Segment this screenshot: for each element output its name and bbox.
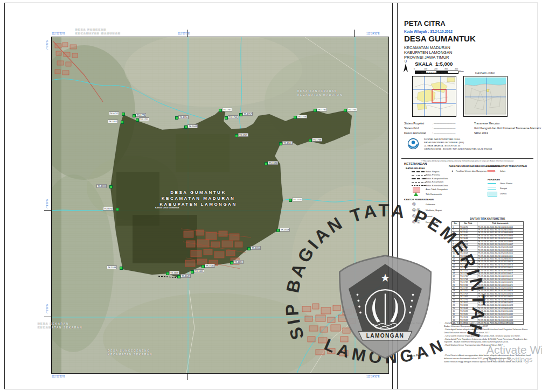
table-row: 24TK.1757TK.35.24.10.2012.35.24.10.2011.…: [452, 292, 524, 295]
lake-swatch: [488, 192, 497, 197]
map-history-label: Riwayat Peta: [407, 354, 421, 357]
scale-tick-label: 200: [434, 68, 437, 70]
source-data-label: Sumber Data: [407, 322, 421, 325]
table-row: 23TK.1752TK.35.24.10.2012.35.24.10.2011.…: [452, 290, 524, 292]
district-label: KECAMATAN MADURAN: [404, 45, 450, 50]
legend-kantor-title: KANTOR PEMERINTAHAN: [404, 198, 434, 201]
province-label: PROVINSI JAWA TIMUR: [404, 55, 449, 60]
scale-title: SKALA 1:5,000: [415, 61, 453, 67]
legend-perairan-title: PERAIRAN: [488, 178, 500, 181]
table-row: 9TK.1655TK.35.24.10.2012.35.24.09.2018.0…: [452, 249, 524, 251]
north-arrow-icon: [402, 63, 409, 73]
mayor-regent-office-icon: Ⓦ Ⓑ: [412, 208, 420, 213]
inset-map-location-index: [412, 76, 456, 117]
scale-label: SKALA: [415, 61, 433, 67]
governor-office-icon: Ⓖ: [412, 202, 416, 207]
frame-tick: [354, 30, 355, 37]
legend-item-label: Gubernur: [426, 203, 435, 206]
region-code: Kode Wilayah : 35.24.10.2012: [404, 30, 453, 33]
village-office-label: Kantor Desa Gumantuk: [155, 206, 179, 209]
leader-dashes: : ––––––––––––––: [432, 131, 474, 136]
projection-label: Sistem Grid: [404, 126, 432, 131]
table-row: 27TK.1812TK.35.24.10.2012.35.24.10.2001.…: [452, 302, 524, 304]
projection-label: Sistem Proyeksi: [404, 121, 432, 126]
grid-label: 7°2'30"S: [46, 304, 48, 313]
legend-item-label: Batas Provinsi: [426, 173, 440, 176]
inset-location-index-map: [413, 76, 456, 116]
map-type-title: PETA CITRA: [404, 19, 446, 27]
table-row: 7TK.1651TK.35.24.10.2012.35.24.09.2015.0…: [452, 243, 524, 246]
leader-dashes: : ––––––––––––––: [432, 126, 474, 131]
grid-label: 112°21'30"E: [52, 32, 65, 35]
windows-go-to-settings-link[interactable]: Go to Settings: [487, 355, 533, 363]
village-name-line: DESA GUMANTUK: [158, 190, 239, 195]
legend-item-label: Titik Kartometrik: [426, 193, 442, 195]
legend-item-label: Batas Kabupaten/Kota: [426, 177, 448, 180]
column-header: No.: [452, 222, 460, 226]
legend-item-label: Walikota, Bupati: [426, 209, 442, 212]
legend-item-label: Danau: [500, 192, 506, 195]
inset-right-caption: DIAGRAM LOKASI: [462, 72, 508, 74]
grid-label: 7°1'30"S: [46, 199, 48, 208]
column-header: Titik Kartometrik: [477, 222, 524, 226]
legend-item-label: Jalan: [500, 170, 505, 172]
publisher-block: DICETAK DAN DITERBITKAN OLEH:BADAN INFOR…: [424, 138, 492, 151]
projection-row: Sistem Grid: ––––––––––––––Grid Geografi…: [404, 126, 541, 131]
inset-left-caption: PETUNJUK LETAK PETA: [411, 72, 456, 74]
boundary-district-swatch: [412, 182, 426, 183]
kartometric-point-swatch: [414, 192, 418, 196]
inset-map-regency-diagram: [463, 76, 508, 117]
table-row: 19TK.1734TK.35.24.10.2012.35.24.10.2011.…: [452, 278, 524, 281]
divider: [401, 158, 533, 159]
north-arrow: U: [402, 60, 409, 75]
coastline-swatch: [488, 183, 496, 184]
table-row: 20TK.1738TK.35.24.10.2012.35.24.10.2011.…: [452, 281, 524, 284]
legend-item-label: Batas Kecamatan: [426, 180, 443, 183]
table-row: 18TK.1730TK.35.24.10.2012.35.24.10.2011.…: [452, 275, 524, 278]
table-row: 5TK.1648TK.35.24.10.2012.35.24.09.2015.0…: [452, 237, 524, 240]
table-row: 14TK.1708TK.35.24.10.2012.35.24.10.2011.…: [452, 263, 524, 266]
legend-item-label: Sungai: [500, 187, 507, 190]
scale-value: 1:5,000: [435, 61, 453, 67]
title-panel-left-border: [397, 3, 398, 389]
table-row: 17TK.1726TK.35.24.10.2012.35.24.10.2011.…: [452, 272, 524, 275]
village-name-label: DESA GUMANTUK KECAMATAN MADURAN KABUPATE…: [158, 190, 239, 207]
colon: :: [440, 322, 440, 325]
table-row: 30TK.5183TK.35.24.10.2012.35.24.09.2015.…: [452, 310, 524, 313]
boundary-province-swatch: [412, 175, 426, 176]
leader-dashes: : ––––––––––––––: [432, 121, 474, 126]
map-panel-divider: [392, 3, 393, 389]
big-logo: [407, 137, 420, 150]
regency-label: KABUPATEN LAMONGAN: [404, 50, 452, 55]
table-row: 16TK.1721TK.35.24.10.2012.35.24.10.2011.…: [452, 269, 524, 272]
scale-tick-label: 0: [414, 68, 415, 70]
legend-item-label: Camat: [426, 215, 432, 218]
grid-label: 112°24'30"E: [366, 32, 379, 35]
projection-value: Transverse Mercator: [474, 122, 500, 125]
table-row: 6TK.1649TK.35.24.10.2012.35.24.09.2015.0…: [452, 240, 524, 243]
legend-infra-title: INFRASTRUKTUR TRANSPORTASI: [488, 165, 527, 167]
village-office-icon: Ⓓ Ⓛ: [412, 220, 420, 225]
table-row: 32TK.1921TK.35.24.10.2012.35.24.09.2015.…: [452, 316, 524, 319]
inset-regency-map: [464, 76, 507, 116]
table-row: 12TK.1695TK.35.24.10.2012.35.24.10.2006.…: [452, 257, 524, 260]
table-row: 10TK.1658TK.35.24.10.2012.35.24.09.2018.…: [452, 252, 524, 255]
table-row: 13TK.1703TK.35.24.10.2012.35.24.10.2011.…: [452, 261, 524, 263]
village-name-line: KECAMATAN MADURAN: [158, 195, 239, 201]
table-row: 28TK.1833TK.35.24.10.2012.35.24.10.2001.…: [452, 304, 524, 307]
boundary-village-swatch: [412, 185, 426, 186]
projection-info: Sistem Proyeksi: ––––––––––––––Transvers…: [404, 121, 541, 136]
table-row: 15TK.1716TK.35.24.10.2012.35.24.10.2011.…: [452, 267, 524, 269]
legend-title: KETERANGAN: [404, 162, 427, 165]
road-swatch: [488, 170, 495, 172]
table-row: 3TK.1510TK.35.24.10.2012.35.24.10.2006.0…: [452, 232, 524, 234]
table-row: 4TK.1640TK.35.24.10.2012.35.24.09.2015.0…: [452, 234, 524, 237]
table-header: No. No. Titik Titik Kartometrik: [452, 222, 524, 226]
legend-batas-title: BATAS WILAYAH: [406, 167, 425, 170]
grid-label: 112°24'30"E: [366, 375, 379, 378]
table-row: 11TK.1686TK.35.24.10.2012.35.24.10.2006.…: [452, 255, 524, 257]
grid-label: 112°21'30"E: [52, 375, 65, 378]
legend-item-label: Batas Negara: [426, 170, 440, 173]
text-line: - Citra satelit resolusi tinggi akuisisi…: [444, 334, 527, 338]
grid-label: 7°0'30"S: [46, 40, 48, 50]
